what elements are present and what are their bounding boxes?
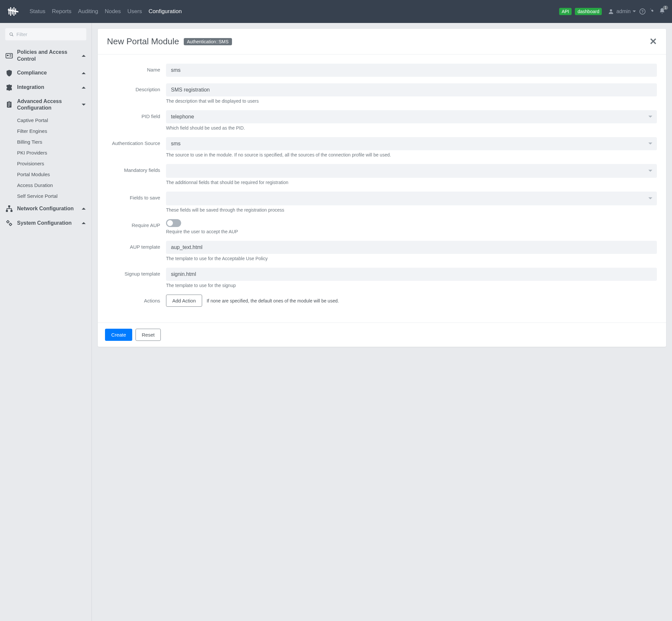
id-card-icon — [5, 52, 13, 60]
sidebar-label: Network Configuration — [17, 205, 81, 212]
sidebar-item-integration[interactable]: Integration — [5, 80, 86, 95]
name-input[interactable] — [166, 64, 657, 77]
sidebar-item-compliance[interactable]: Compliance — [5, 66, 86, 80]
add-action-button[interactable]: Add Action — [166, 295, 202, 307]
sidebar-subitem-billing-tiers[interactable]: Billing Tiers — [17, 136, 86, 147]
description-label: Description — [107, 83, 166, 92]
sidebar-item-system[interactable]: System Configuration — [5, 216, 86, 230]
chevron-up-icon — [81, 53, 86, 58]
signup-input[interactable] — [166, 268, 657, 281]
aup-template-label: AUP template — [107, 241, 166, 250]
sidebar-label: Compliance — [17, 70, 81, 76]
dashboard-badge[interactable]: dashboard — [575, 8, 602, 15]
sidebar-label: Policies and Access Control — [17, 49, 81, 63]
nav-auditing[interactable]: Auditing — [78, 8, 98, 15]
nav-users[interactable]: Users — [127, 8, 142, 15]
aup-label: Require AUP — [107, 219, 166, 228]
svg-rect-20 — [6, 210, 8, 212]
sidebar-label: Integration — [17, 84, 81, 91]
module-type-badge: Authentication::SMS — [184, 38, 232, 45]
svg-point-22 — [7, 221, 9, 223]
svg-point-23 — [9, 223, 11, 225]
svg-line-9 — [12, 35, 13, 36]
pid-select[interactable]: telephone — [166, 110, 657, 123]
page-title: New Portal Module — [107, 36, 179, 47]
notification-count: 1 — [663, 6, 668, 10]
shield-icon — [5, 69, 13, 77]
aup-template-help: The template to use for the Acceptable U… — [166, 256, 657, 261]
api-badge[interactable]: API — [559, 8, 572, 15]
filter-input[interactable] — [16, 32, 82, 37]
caret-down-icon — [633, 10, 636, 13]
aup-help: Require the user to accept the AUP — [166, 229, 657, 234]
sidebar-item-policies[interactable]: Policies and Access Control — [5, 46, 86, 66]
svg-rect-1 — [10, 7, 11, 16]
nav-nodes[interactable]: Nodes — [105, 8, 121, 15]
user-icon — [608, 8, 614, 15]
sidebar-item-network[interactable]: Network Configuration — [5, 201, 86, 216]
sidebar-item-advanced[interactable]: Advanced Access Configuration — [5, 95, 86, 115]
svg-rect-2 — [12, 8, 13, 14]
nav-reports[interactable]: Reports — [52, 8, 72, 15]
user-name: admin — [616, 8, 631, 14]
mandatory-label: Mandatory fields — [107, 164, 166, 173]
gears-icon — [5, 219, 13, 227]
create-button[interactable]: Create — [105, 329, 132, 341]
svg-rect-14 — [7, 102, 11, 108]
puzzle-icon — [5, 84, 13, 91]
toggle-knob — [167, 220, 173, 226]
chevron-up-icon — [81, 85, 86, 90]
signup-help: The template to use for the signup — [166, 283, 657, 288]
svg-rect-21 — [10, 210, 12, 212]
actions-label: Actions — [107, 295, 166, 303]
auth-label: Authentication Source — [107, 137, 166, 146]
filter-box[interactable] — [5, 28, 86, 40]
chevron-up-icon — [81, 71, 86, 76]
svg-rect-15 — [8, 101, 10, 102]
sidebar-subitem-portal-modules[interactable]: Portal Modules — [17, 169, 86, 180]
search-icon — [9, 32, 14, 37]
sidebar-label: Advanced Access Configuration — [17, 98, 81, 112]
pid-label: PID field — [107, 110, 166, 119]
user-dropdown[interactable]: admin — [608, 8, 636, 15]
svg-point-8 — [10, 33, 12, 35]
auth-help: The source to use in the module. If no s… — [166, 152, 657, 158]
reset-button[interactable]: Reset — [135, 329, 161, 341]
nav-status[interactable]: Status — [30, 8, 45, 15]
save-help: These fields will be saved through the r… — [166, 207, 657, 213]
svg-rect-11 — [7, 55, 8, 56]
chevron-up-icon — [81, 206, 86, 211]
notifications-button[interactable]: 1 — [659, 7, 665, 15]
sidebar-subitem-pki-providers[interactable]: PKI Providers — [17, 147, 86, 158]
tools-icon[interactable] — [649, 8, 656, 15]
actions-help: If none are specified, the default ones … — [207, 298, 339, 303]
mandatory-select[interactable] — [166, 164, 657, 178]
app-logo — [7, 5, 20, 18]
sidebar-subitem-provisioners[interactable]: Provisioners — [17, 158, 86, 169]
name-label: Name — [107, 64, 166, 73]
sidebar-subitem-access-duration[interactable]: Access Duration — [17, 180, 86, 191]
save-select[interactable] — [166, 192, 657, 205]
svg-text:?: ? — [641, 9, 643, 13]
chevron-down-icon — [81, 102, 86, 107]
description-input[interactable] — [166, 83, 657, 96]
svg-rect-19 — [8, 205, 10, 207]
save-label: Fields to save — [107, 192, 166, 200]
require-aup-toggle[interactable] — [166, 219, 181, 227]
aup-template-input[interactable] — [166, 241, 657, 254]
network-icon — [5, 205, 13, 213]
svg-point-5 — [610, 9, 612, 11]
sidebar-subitem-self-service[interactable]: Self Service Portal — [17, 191, 86, 201]
chevron-up-icon — [81, 220, 86, 226]
close-button[interactable]: ✕ — [649, 36, 657, 47]
mandatory-help: The additionnal fields that should be re… — [166, 180, 657, 185]
sidebar-label: System Configuration — [17, 220, 81, 227]
sidebar-subitem-captive-portal[interactable]: Captive Portal — [17, 115, 86, 126]
sidebar-subitem-filter-engines[interactable]: Filter Engines — [17, 126, 86, 136]
pid-help: Which field should be used as the PID. — [166, 125, 657, 131]
description-help: The description that will be displayed t… — [166, 98, 657, 104]
help-icon[interactable]: ? — [639, 8, 646, 15]
nav-configuration[interactable]: Configuration — [149, 8, 182, 15]
auth-select[interactable]: sms — [166, 137, 657, 150]
clipboard-icon — [5, 101, 13, 109]
